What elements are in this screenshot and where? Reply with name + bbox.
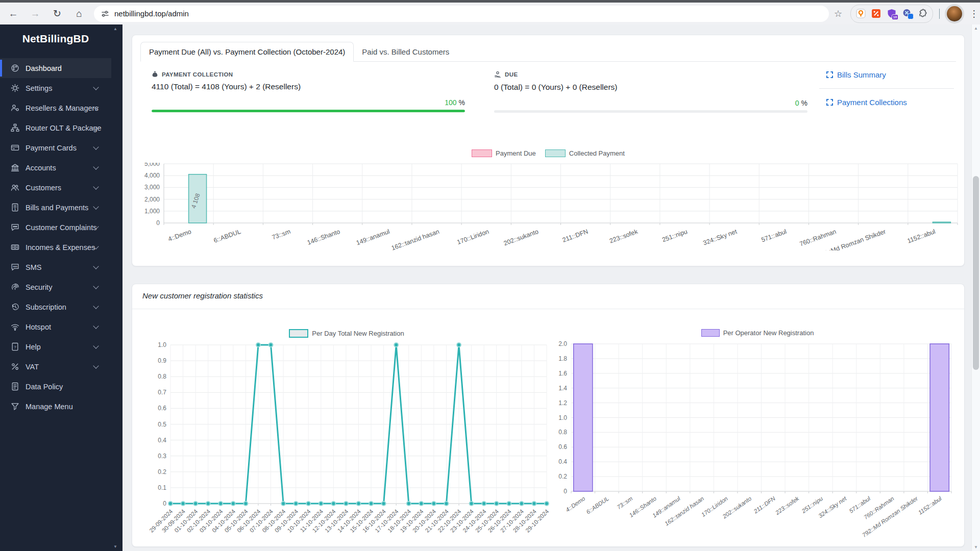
sidebar-item-incomes-expenses[interactable]: Incomes & Expenses	[0, 237, 111, 257]
browser-toolbar: ← → ↻ ⌂ netbillingbd.top/admin ☆ 10	[0, 3, 980, 25]
sidebar-item-settings[interactable]: Settings	[0, 78, 111, 98]
svg-text:0.9: 0.9	[158, 357, 166, 364]
chevron-down-icon	[93, 184, 99, 189]
sidebar-item-customers[interactable]: Customers	[0, 178, 111, 197]
svg-text:3,000: 3,000	[144, 184, 160, 191]
legend-per-operator[interactable]: Per Operator New Registration	[701, 329, 814, 337]
svg-text:0.3: 0.3	[158, 453, 166, 460]
sidebar-item-label: Customer Complaints	[26, 223, 96, 232]
palette-icon	[11, 64, 19, 72]
profile-avatar[interactable]	[947, 6, 962, 21]
sidebar-item-resellers-managers[interactable]: Resellers & Managers	[0, 98, 111, 118]
svg-text:0.7: 0.7	[158, 389, 166, 396]
svg-text:6::ABDUL: 6::ABDUL	[213, 228, 242, 244]
sidebar: NetBillingBD DashboardSettingsResellers …	[0, 24, 122, 551]
svg-text:1152::abul: 1152::abul	[917, 495, 943, 516]
sidebar-item-vat[interactable]: VAT	[0, 357, 111, 377]
sidebar-item-label: SMS	[26, 263, 41, 271]
back-icon[interactable]: ←	[5, 5, 22, 22]
payments-card: Payment Due (All) vs. Payment Collection…	[132, 35, 965, 266]
chevron-down-icon	[93, 263, 99, 269]
toolbar-separator	[939, 9, 940, 19]
sidebar-item-manage-menu[interactable]: Manage Menu	[0, 396, 111, 416]
sidebar-item-data-policy[interactable]: Data Policy	[0, 377, 111, 396]
home-icon[interactable]: ⌂	[70, 5, 88, 22]
svg-text:4::Demo: 4::Demo	[565, 495, 586, 513]
links-divider	[819, 88, 954, 89]
sidebar-item-label: VAT	[26, 363, 39, 371]
sidebar-scroll-up-icon[interactable]: ▲	[113, 27, 117, 31]
card-header-divider	[132, 309, 964, 309]
sidebar-scroll-down-icon[interactable]: ▼	[113, 544, 117, 549]
tab-paid-vs-billed[interactable]: Paid vs. Billed Customers	[354, 42, 457, 61]
svg-text:571::abul: 571::abul	[761, 228, 788, 244]
sidebar-item-accounts[interactable]: Accounts	[0, 158, 111, 178]
address-bar[interactable]: netbillingbd.top/admin	[94, 6, 829, 22]
svg-text:1.0: 1.0	[158, 341, 166, 348]
sidebar-item-bills-and-payments[interactable]: $Bills and Payments	[0, 197, 111, 217]
hand-coin-icon	[494, 71, 501, 78]
sidebar-item-help[interactable]: ?Help	[0, 337, 111, 357]
tab-payment-due-vs-collection[interactable]: Payment Due (All) vs. Payment Collection…	[140, 42, 354, 62]
url-text[interactable]: netbillingbd.top/admin	[114, 9, 189, 18]
svg-text:2.0: 2.0	[558, 340, 567, 347]
sidebar-item-label: Payment Cards	[26, 144, 77, 152]
chevron-down-icon	[93, 343, 99, 348]
extension-shield-icon[interactable]: 10	[887, 9, 897, 19]
browser-menu-icon[interactable]: ⋮	[969, 8, 978, 19]
sidebar-item-payment-cards[interactable]: Payment Cards	[0, 138, 111, 158]
scroll-down-icon[interactable]: ▼	[972, 545, 980, 549]
sidebar-item-dashboard[interactable]: Dashboard	[0, 58, 111, 78]
per-day-chart-box: Per Day Total New Registration 00.10.20.…	[142, 325, 551, 544]
extension-red-icon[interactable]	[871, 9, 881, 18]
bookmark-star-icon[interactable]: ☆	[834, 8, 842, 19]
filter-icon	[11, 402, 19, 411]
svg-text:1.4: 1.4	[558, 385, 567, 392]
sidebar-item-label: Resellers & Managers	[26, 104, 99, 112]
site-info-icon[interactable]	[101, 10, 109, 18]
svg-text:0.2: 0.2	[158, 468, 166, 475]
svg-text:1.0: 1.0	[558, 414, 567, 421]
sidebar-item-hotspot[interactable]: Hotspot	[0, 317, 111, 337]
scroll-up-icon[interactable]: ▲	[972, 26, 980, 31]
sidebar-item-subscription[interactable]: Subscription	[0, 297, 111, 317]
sidebar-item-security[interactable]: Security	[0, 277, 111, 297]
due-label: DUE	[494, 71, 807, 78]
file-lines-icon	[11, 382, 19, 391]
svg-text:$: $	[14, 208, 16, 211]
svg-text:149::anamul: 149::anamul	[355, 228, 390, 247]
svg-text:?: ?	[14, 345, 16, 349]
svg-text:162::tanzid hasan: 162::tanzid hasan	[664, 495, 705, 527]
scrollbar-thumb[interactable]	[973, 176, 979, 370]
reload-icon[interactable]: ↻	[48, 5, 66, 22]
svg-text:1152::abul: 1152::abul	[906, 228, 937, 245]
per-operator-chart-box: Per Operator New Registration 00.20.40.6…	[556, 325, 959, 544]
sidebar-item-label: Accounts	[26, 164, 56, 172]
legend-per-day[interactable]: Per Day Total New Registration	[289, 329, 404, 338]
expand-icon	[826, 71, 833, 78]
extension-blue-icon[interactable]	[902, 9, 912, 18]
legend-payment-due[interactable]: Payment Due	[472, 149, 536, 157]
sidebar-item-customer-complaints[interactable]: Customer Complaints	[0, 217, 111, 237]
chevron-down-icon	[93, 303, 99, 309]
extension-orange-icon[interactable]	[856, 9, 866, 18]
svg-text:0.1: 0.1	[158, 484, 166, 491]
sidebar-item-sms[interactable]: SMSSMS	[0, 257, 111, 277]
forward-icon[interactable]: →	[27, 5, 44, 22]
extensions-puzzle-icon[interactable]	[918, 9, 927, 18]
sidebar-item-router-olt-package[interactable]: Router OLT & Package	[0, 118, 111, 138]
history-icon	[11, 303, 19, 311]
payment-bar-chart: 01,0002,0003,0004,0005,0004 1084::Demo6:…	[135, 163, 962, 251]
svg-text:0.8: 0.8	[158, 373, 166, 380]
chevron-down-icon	[93, 283, 99, 289]
chevron-down-icon	[93, 204, 99, 209]
bills-summary-link[interactable]: Bills Summary	[826, 66, 954, 84]
chevron-down-icon	[93, 363, 99, 368]
due-stat: DUE 0 (Total) = 0 (Yours) + 0 (Resellers…	[494, 71, 807, 113]
svg-text:1.2: 1.2	[558, 399, 567, 407]
payment-collections-link[interactable]: Payment Collections	[826, 93, 954, 111]
svg-text:4::Demo: 4::Demo	[167, 228, 192, 243]
registration-card-title: New customer registration statistics	[142, 291, 263, 300]
legend-collected-payment[interactable]: Collected Payment	[545, 149, 625, 157]
sidebar-item-label: Hotspot	[26, 323, 51, 331]
